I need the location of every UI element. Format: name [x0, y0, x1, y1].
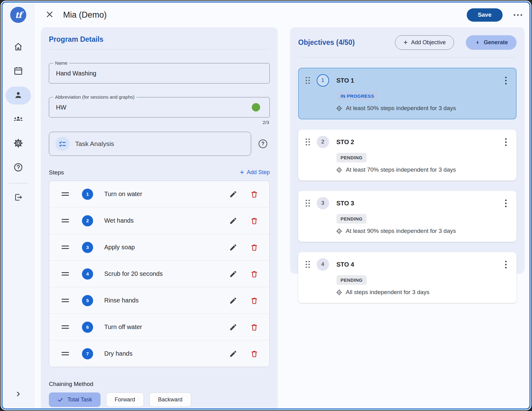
page-title: Mia (Demo)	[63, 10, 107, 20]
program-type-select[interactable]: Task Analysis	[49, 132, 251, 156]
step-number: 7	[86, 351, 89, 356]
name-field-label: Name	[53, 60, 69, 66]
drag-handle-icon[interactable]	[62, 272, 69, 276]
abbreviation-field[interactable]: Abbreviation (for sessions and graphs) H…	[49, 97, 270, 118]
objective-title: STO 2	[337, 139, 354, 146]
sidebar-item-calendar[interactable]	[2, 59, 34, 83]
step-number: 2	[86, 218, 89, 223]
edit-step-button[interactable]	[229, 217, 237, 225]
objective-menu-button[interactable]	[503, 137, 509, 147]
edit-step-button[interactable]	[229, 297, 237, 305]
drag-handle-icon[interactable]	[62, 219, 69, 223]
objective-card[interactable]: 4 STO 4 PENDING All steps independent fo…	[298, 252, 517, 303]
delete-step-button[interactable]	[250, 243, 258, 251]
objective-menu-button[interactable]	[503, 198, 509, 208]
drag-handle-icon[interactable]	[62, 352, 69, 356]
objective-menu-button[interactable]	[503, 75, 509, 86]
step-number-badge: 7	[82, 348, 93, 359]
step-number: 1	[86, 191, 89, 197]
steps-heading: Steps	[49, 169, 64, 176]
sidebar-item-clients[interactable]	[2, 83, 34, 108]
add-step-label: Add Step	[247, 169, 270, 176]
trash-icon	[250, 270, 258, 278]
sidebar-item-home[interactable]	[2, 35, 34, 59]
generate-button[interactable]: Generate	[466, 35, 517, 50]
target-icon	[336, 289, 342, 296]
objective-card[interactable]: 3 STO 3 PENDING At least 90% steps indep…	[298, 191, 517, 242]
steps-list: 1 Turn on water 2 Wet hands	[49, 181, 270, 367]
drag-handle-icon[interactable]	[62, 192, 69, 196]
drag-handle-icon[interactable]	[306, 77, 310, 84]
drag-handle-icon[interactable]	[306, 200, 310, 207]
save-button[interactable]: Save	[467, 8, 503, 22]
people-icon	[13, 114, 23, 125]
name-field[interactable]: Name Hand Washing	[49, 63, 270, 83]
drag-handle-icon[interactable]	[62, 299, 69, 302]
add-objective-button[interactable]: + Add Objective	[395, 35, 454, 50]
sidebar-item-logout[interactable]	[2, 188, 34, 208]
objective-menu-button[interactable]	[503, 259, 509, 270]
objective-card-top: 4 STO 4	[306, 258, 509, 271]
delete-step-button[interactable]	[250, 190, 258, 198]
step-row: 3 Apply soap	[49, 234, 269, 260]
chaining-method-options: Total Task Forward Backward	[49, 392, 270, 407]
objective-number: 4	[321, 261, 324, 268]
objective-status-row: IN PROGRESS	[337, 91, 509, 101]
step-row: 7 Dry hands	[49, 340, 269, 367]
objective-number-badge: 3	[317, 197, 329, 209]
add-step-button[interactable]: + Add Step	[240, 169, 270, 176]
step-number-badge: 3	[82, 242, 93, 253]
sidebar-item-settings[interactable]	[2, 132, 34, 156]
sidebar-item-groups[interactable]	[2, 108, 34, 132]
sidebar-expand-button[interactable]	[2, 390, 34, 399]
objectives-list: 1 STO 1 IN PROGRESS At least 50% steps i…	[298, 68, 517, 303]
calendar-icon	[13, 66, 23, 77]
program-type-help-icon[interactable]: ?	[259, 139, 267, 148]
step-number: 5	[86, 298, 89, 303]
sidebar-item-help[interactable]	[2, 156, 34, 180]
delete-step-button[interactable]	[250, 350, 258, 358]
objective-card[interactable]: 1 STO 1 IN PROGRESS At least 50% steps i…	[298, 68, 517, 119]
drag-handle-icon[interactable]	[306, 261, 310, 268]
step-actions	[229, 190, 258, 198]
step-actions	[229, 217, 258, 225]
edit-step-button[interactable]	[229, 350, 237, 358]
drag-handle-icon[interactable]	[62, 246, 69, 249]
divider	[298, 57, 517, 58]
more-options-button[interactable]	[512, 12, 524, 18]
drag-handle-icon[interactable]	[306, 139, 310, 146]
chevron-right-icon	[14, 390, 22, 399]
target-icon	[336, 228, 342, 234]
objective-status-row: PENDING	[337, 214, 509, 224]
delete-step-button[interactable]	[250, 270, 258, 278]
objective-description: At least 90% steps independent for 3 day…	[346, 228, 456, 234]
edit-step-button[interactable]	[229, 190, 237, 198]
edit-step-button[interactable]	[229, 323, 237, 331]
step-row: 4 Scrub for 20 seconds	[49, 260, 269, 287]
person-icon	[14, 90, 23, 101]
objective-card[interactable]: 2 STO 2 PENDING At least 70% steps indep…	[298, 130, 517, 181]
pencil-icon	[229, 190, 237, 198]
edit-step-button[interactable]	[229, 270, 237, 278]
chaining-option[interactable]: Total Task	[49, 392, 101, 407]
close-button[interactable]	[45, 10, 54, 20]
trash-icon	[250, 323, 258, 331]
edit-step-button[interactable]	[229, 243, 237, 251]
sidebar: tf	[2, 2, 34, 409]
objectives-header: Objectives (4/50) + Add Objective Genera…	[298, 35, 517, 50]
delete-step-button[interactable]	[250, 297, 258, 305]
chaining-option[interactable]: Backward	[149, 392, 191, 407]
delete-step-button[interactable]	[250, 217, 258, 225]
objective-description-row: At least 90% steps independent for 3 day…	[336, 228, 509, 234]
delete-step-button[interactable]	[250, 323, 258, 331]
objective-description-row: All steps independent for 3 days	[336, 289, 509, 296]
name-field-value: Hand Washing	[49, 63, 269, 83]
drag-handle-icon[interactable]	[62, 325, 69, 329]
app-window: tf	[2, 2, 530, 409]
chaining-option[interactable]: Forward	[106, 392, 144, 407]
step-label: Rinse hands	[104, 297, 139, 304]
objective-number: 3	[321, 200, 324, 206]
objective-number: 2	[321, 139, 324, 145]
step-number: 4	[86, 271, 89, 276]
program-type-row: Task Analysis ?	[49, 132, 270, 156]
